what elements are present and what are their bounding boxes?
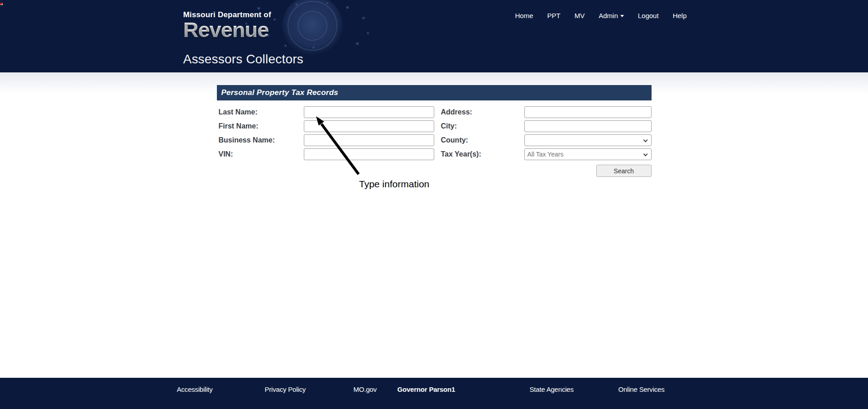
address-label: Address:: [434, 106, 524, 118]
panel-title: Personal Property Tax Records: [221, 88, 338, 97]
main-nav: Home PPT MV Admin Logout Help: [515, 12, 687, 19]
first-name-label: First Name:: [217, 120, 304, 132]
panel-header: Personal Property Tax Records: [217, 85, 652, 100]
nav-item-ppt[interactable]: PPT: [547, 12, 561, 19]
star-icon: ★: [355, 41, 360, 47]
search-panel: Personal Property Tax Records Last Name:…: [217, 72, 652, 177]
vin-input[interactable]: [304, 148, 434, 160]
last-name-label: Last Name:: [217, 106, 304, 118]
star-icon: ★: [362, 15, 366, 20]
nav-item-admin[interactable]: Admin: [599, 12, 624, 19]
nav-item-logout[interactable]: Logout: [638, 12, 659, 19]
star-icon: ★: [295, 2, 299, 7]
tax-years-label: Tax Year(s):: [434, 148, 524, 160]
star-icon: ★: [326, 1, 329, 5]
last-name-input[interactable]: [304, 106, 434, 118]
nav-item-help[interactable]: Help: [673, 12, 687, 19]
footer-link-accessibility[interactable]: Accessibility: [177, 385, 213, 393]
chevron-down-icon: [643, 138, 647, 143]
search-form: Last Name: Address: First Name: City: Bu…: [217, 106, 652, 160]
main-content: Personal Property Tax Records Last Name:…: [0, 72, 868, 378]
caret-down-icon: [620, 15, 624, 17]
star-icon: ★: [345, 5, 350, 10]
logo-revenue-text: Revenue: [183, 19, 271, 40]
first-name-input[interactable]: [304, 120, 434, 132]
footer-link-governor[interactable]: Governor Parson1: [398, 385, 456, 393]
dor-logo[interactable]: Missouri Department of Revenue: [183, 11, 271, 40]
footer-link-mogov[interactable]: MO.gov: [354, 385, 377, 393]
site-header: ★ ★ ★ ★ ★ ★ ★ ★ ★ ★ ★ ★ Missouri Departm…: [0, 0, 868, 72]
footer-link-online-services[interactable]: Online Services: [619, 385, 665, 393]
business-name-input[interactable]: [304, 134, 434, 146]
footer-link-privacy-policy[interactable]: Privacy Policy: [265, 385, 306, 393]
page-title: Assessors Collectors: [183, 52, 303, 67]
county-label: County:: [434, 134, 524, 146]
footer-link-state-agencies[interactable]: State Agencies: [530, 385, 574, 393]
city-input[interactable]: [524, 120, 652, 132]
business-name-label: Business Name:: [217, 134, 304, 146]
nav-item-mv[interactable]: MV: [575, 12, 585, 19]
site-footer: Accessibility Privacy Policy MO.gov Gove…: [0, 378, 868, 409]
address-input[interactable]: [524, 106, 652, 118]
chevron-down-icon: [643, 152, 647, 157]
vin-label: VIN:: [217, 148, 304, 160]
tax-years-select[interactable]: All Tax Years: [524, 148, 652, 160]
nav-item-home[interactable]: Home: [515, 12, 533, 19]
search-button[interactable]: Search: [596, 165, 652, 177]
screen-artifact: [0, 3, 2, 5]
star-icon: ★: [273, 17, 277, 22]
county-select[interactable]: [524, 134, 652, 146]
star-icon: ★: [366, 31, 370, 35]
star-icon: ★: [284, 43, 288, 48]
star-icon: ★: [312, 45, 316, 50]
city-label: City:: [434, 120, 524, 132]
